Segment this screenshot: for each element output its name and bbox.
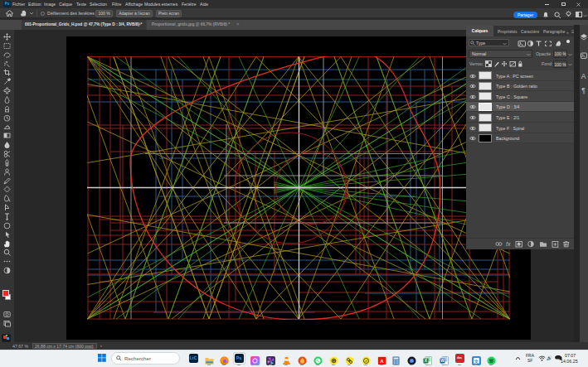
svg-text:¶: ¶	[581, 86, 586, 94]
svg-text:W: W	[440, 358, 445, 363]
svg-text:fx: fx	[506, 241, 511, 247]
svg-text:文: 文	[474, 358, 479, 363]
svg-text:A: A	[380, 358, 384, 363]
svg-text:A: A	[581, 72, 586, 80]
